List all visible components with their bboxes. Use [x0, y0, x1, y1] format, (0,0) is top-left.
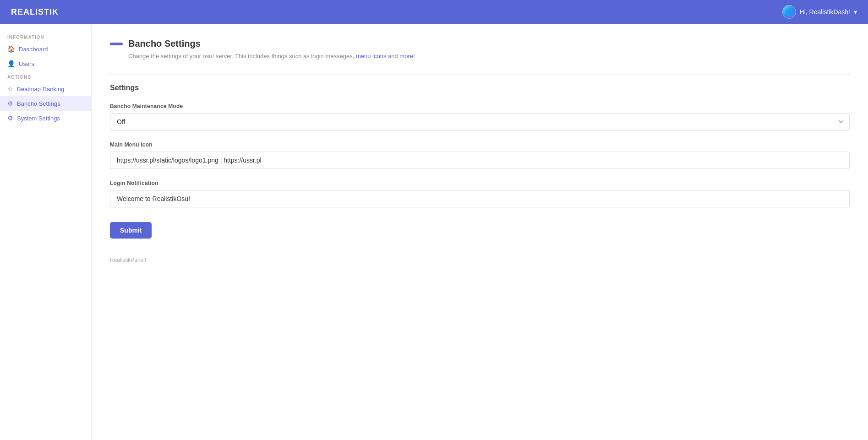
- page-header-bar: [110, 43, 123, 45]
- sidebar-label-beatmap-ranking: Beatmap Ranking: [17, 86, 64, 92]
- label-maintenance-mode: Bancho Maintenance Mode: [110, 103, 850, 109]
- navbar: REALISTIK 🌐 Hi, RealistikDash! ▾: [0, 0, 868, 24]
- sidebar-section-actions: ACTIONS: [0, 71, 91, 81]
- navbar-brand: REALISTIK: [11, 7, 59, 17]
- menu-icons-link[interactable]: menu icons: [356, 53, 386, 60]
- page-title: Bancho Settings: [128, 38, 201, 49]
- sidebar-label-bancho-settings: Bancho Settings: [17, 100, 60, 107]
- sidebar-item-users[interactable]: 👤 Users: [0, 56, 91, 71]
- divider: [110, 74, 850, 75]
- footer-text: RealistikPanel!: [110, 257, 850, 263]
- form-group-login-notification: Login Notification: [110, 180, 850, 207]
- sidebar-section-info: INFORMATION: [0, 31, 91, 42]
- home-icon: 🏠: [7, 45, 15, 53]
- user-dropdown-icon: ▾: [854, 8, 857, 16]
- content-area: Bancho Settings Change the settings of y…: [92, 24, 868, 440]
- page-subtitle-and: and: [386, 53, 399, 60]
- gear-icon: ⚙: [7, 100, 13, 107]
- sidebar-item-system-settings[interactable]: ⚙ System Settings: [0, 111, 91, 125]
- label-main-menu-icon: Main Menu Icon: [110, 141, 850, 148]
- user-greeting: Hi, RealistikDash!: [800, 8, 850, 16]
- avatar-globe: 🌐: [783, 5, 796, 18]
- sidebar-label-system-settings: System Settings: [17, 115, 60, 122]
- settings-section-title: Settings: [110, 84, 850, 92]
- input-login-notification[interactable]: [110, 190, 850, 207]
- sidebar-label-users: Users: [19, 60, 34, 67]
- page-header: Bancho Settings: [110, 38, 850, 49]
- user-icon: 👤: [7, 60, 15, 67]
- page-subtitle-text: Change the settings of your osu! server.…: [128, 53, 356, 60]
- main-content: Bancho Settings Change the settings of y…: [92, 24, 868, 440]
- more-link[interactable]: more!: [399, 53, 415, 60]
- star-icon: ☆: [7, 85, 13, 92]
- sidebar-label-dashboard: Dashboard: [19, 46, 48, 53]
- page-subtitle: Change the settings of your osu! server.…: [110, 53, 850, 60]
- sidebar-item-bancho-settings[interactable]: ⚙ Bancho Settings: [0, 96, 91, 111]
- select-maintenance-mode[interactable]: Off On: [110, 113, 850, 130]
- form-group-main-menu-icon: Main Menu Icon: [110, 141, 850, 169]
- label-login-notification: Login Notification: [110, 180, 850, 186]
- sidebar: INFORMATION 🏠 Dashboard 👤 Users ACTIONS …: [0, 24, 92, 440]
- sidebar-item-dashboard[interactable]: 🏠 Dashboard: [0, 42, 91, 56]
- input-main-menu-icon[interactable]: [110, 152, 850, 169]
- submit-button[interactable]: Submit: [110, 222, 152, 239]
- user-menu[interactable]: 🌐 Hi, RealistikDash! ▾: [782, 5, 857, 19]
- layout: INFORMATION 🏠 Dashboard 👤 Users ACTIONS …: [0, 24, 868, 440]
- sidebar-item-beatmap-ranking[interactable]: ☆ Beatmap Ranking: [0, 81, 91, 96]
- form-group-maintenance-mode: Bancho Maintenance Mode Off On: [110, 103, 850, 130]
- gear2-icon: ⚙: [7, 114, 13, 122]
- avatar: 🌐: [782, 5, 796, 19]
